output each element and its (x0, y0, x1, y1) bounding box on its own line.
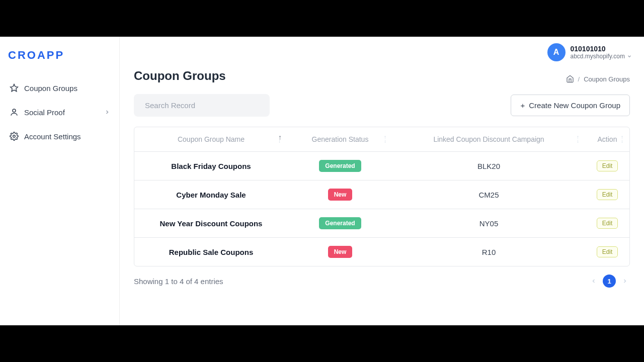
sidebar-item-label: Social Proof (24, 108, 104, 117)
cell-name: Cyber Monday Sale (134, 180, 288, 209)
status-badge: Generated (319, 217, 361, 229)
cell-status: New (288, 180, 392, 209)
pagination-page-1[interactable]: 1 (603, 275, 616, 288)
logo: CROAPP (0, 49, 119, 76)
cell-action: Edit (585, 180, 629, 209)
cell-status: Generated (288, 209, 392, 237)
table-header-row: Coupon Group Name ↑↓ Generation Status ↑… (134, 127, 629, 152)
table-row: Black Friday CouponsGeneratedBLK20Edit (134, 152, 629, 180)
main-content: Coupon Groups / Coupon Groups + Create N… (120, 37, 644, 325)
user-icon (9, 107, 19, 117)
edit-button[interactable]: Edit (597, 246, 618, 257)
sort-icon: ↑↓ (577, 135, 579, 143)
sidebar-item-coupon-groups[interactable]: Coupon Groups (0, 76, 119, 100)
user-menu[interactable]: A 010101010 abcd.myshopify.com (547, 43, 632, 61)
page-title: Coupon Groups (134, 69, 226, 83)
column-header-action[interactable]: Action ↑↓ (585, 127, 629, 151)
cell-name: New Year Discount Coupons (134, 209, 288, 237)
cell-action: Edit (585, 209, 629, 237)
coupon-groups-table: Coupon Group Name ↑↓ Generation Status ↑… (134, 127, 630, 266)
star-icon (9, 83, 19, 93)
breadcrumb-current: Coupon Groups (584, 75, 630, 83)
sidebar-item-label: Coupon Groups (24, 84, 110, 93)
svg-point-2 (13, 135, 16, 138)
table-row: Cyber Monday SaleNewCM25Edit (134, 180, 629, 209)
cell-status: Generated (288, 152, 392, 180)
cell-campaign: CM25 (392, 180, 585, 209)
edit-button[interactable]: Edit (597, 160, 618, 171)
pagination-summary: Showing 1 to 4 of 4 entries (134, 277, 223, 286)
sort-icon: ↑↓ (384, 135, 386, 143)
breadcrumb: / Coupon Groups (566, 75, 630, 83)
status-badge: Generated (319, 160, 361, 172)
cell-campaign: NY05 (392, 209, 585, 237)
sidebar-item-social-proof[interactable]: Social Proof (0, 100, 119, 124)
column-header-campaign[interactable]: Linked Coupon Discount Campaign ↑↓ (392, 127, 585, 151)
pagination-next[interactable] (620, 276, 630, 286)
user-name: 010101010 (571, 45, 632, 53)
table-row: New Year Discount CouponsGeneratedNY05Ed… (134, 209, 629, 238)
create-coupon-group-button[interactable]: + Create New Coupon Group (511, 95, 630, 116)
user-store: abcd.myshopify.com (571, 53, 625, 60)
cell-name: Republic Sale Coupons (134, 238, 288, 266)
plus-icon: + (520, 101, 525, 110)
table-row: Republic Sale CouponsNewR10Edit (134, 238, 629, 266)
chevron-down-icon (627, 54, 632, 59)
search-input[interactable] (134, 94, 270, 117)
create-button-label: Create New Coupon Group (529, 101, 620, 110)
cell-campaign: R10 (392, 238, 585, 266)
sidebar: CROAPP Coupon Groups Social Proof Accoun… (0, 37, 120, 325)
gear-icon (9, 131, 19, 141)
cell-name: Black Friday Coupons (134, 152, 288, 180)
cell-campaign: BLK20 (392, 152, 585, 180)
sort-icon: ↑↓ (621, 135, 623, 143)
column-header-status[interactable]: Generation Status ↑↓ (288, 127, 392, 151)
svg-point-1 (13, 109, 16, 112)
status-badge: New (328, 246, 353, 258)
breadcrumb-separator: / (578, 75, 580, 83)
pagination: 1 (589, 275, 630, 288)
svg-marker-0 (11, 84, 18, 92)
edit-button[interactable]: Edit (597, 189, 618, 200)
cell-status: New (288, 238, 392, 266)
edit-button[interactable]: Edit (597, 218, 618, 229)
pagination-prev[interactable] (589, 276, 599, 286)
avatar: A (547, 43, 566, 61)
home-icon[interactable] (566, 75, 574, 83)
sidebar-item-label: Account Settings (24, 132, 110, 141)
chevron-right-icon (104, 109, 110, 115)
sidebar-item-account-settings[interactable]: Account Settings (0, 124, 119, 148)
cell-action: Edit (585, 152, 629, 180)
status-badge: New (328, 189, 353, 201)
sort-icon: ↑↓ (278, 135, 282, 143)
column-header-name[interactable]: Coupon Group Name ↑↓ (134, 127, 288, 151)
cell-action: Edit (585, 238, 629, 266)
